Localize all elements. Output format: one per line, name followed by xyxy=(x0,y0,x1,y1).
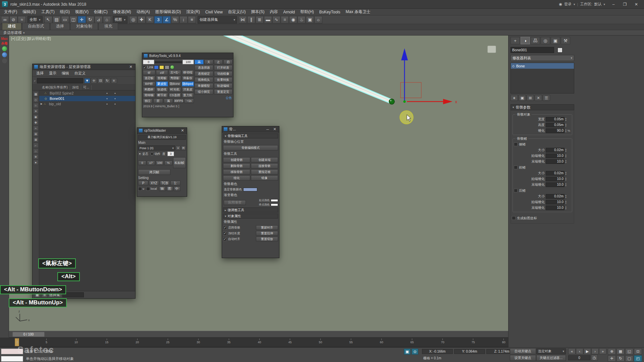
param-value-field[interactable]: 10.0 xyxy=(546,200,565,204)
display-groups-icon[interactable]: ⊞ xyxy=(33,131,39,136)
explorer-row[interactable]: ▶ ∴ bip_old • • xyxy=(39,101,135,107)
apply-gradient-button[interactable]: 应用渐变 xyxy=(224,200,246,205)
mini-listener-line2[interactable] xyxy=(1,356,23,362)
bskeytools-grid-button[interactable]: ±5f xyxy=(156,70,168,75)
selection-region-icon[interactable]: ▭ xyxy=(61,16,69,23)
bskeytools-title-bar[interactable]: BsKeyTools_v0.9.9.4 xyxy=(142,53,233,59)
setting-button[interactable]: XYZ xyxy=(149,181,159,185)
bskeytools-grid-button[interactable]: 简特轴 xyxy=(143,93,155,98)
bone-tool-button[interactable]: 创建末端 xyxy=(251,157,278,163)
pose-action-button[interactable]: × xyxy=(176,146,180,150)
ribbon-tab[interactable]: 填充 xyxy=(99,23,118,30)
coordinate-system-dropdown[interactable]: 视图▾ xyxy=(113,16,128,23)
action-radio[interactable] xyxy=(150,152,154,156)
bskeytools-grid-button[interactable]: 轨迹线 xyxy=(156,87,168,92)
maximize-button[interactable]: ❐ xyxy=(619,1,631,8)
select-and-move-icon[interactable]: ✛ xyxy=(78,16,86,23)
realign-button[interactable]: 重新对齐 xyxy=(256,225,278,230)
explorer-settings-icon[interactable]: ≡ xyxy=(111,78,117,83)
ribbon-tab[interactable]: 自由形式 xyxy=(22,23,50,30)
spinner-icon[interactable]: ▲▼ xyxy=(565,177,567,181)
display-geometry-icon[interactable]: ◇ xyxy=(33,97,39,102)
rollout-bone-edit-tools[interactable]: ▾ 骨骼编辑工具 xyxy=(223,133,278,138)
range-cell[interactable]: ±7 xyxy=(147,161,155,165)
bone-tool-button[interactable]: 连接骨骼 xyxy=(251,163,278,169)
ribbon-tab[interactable]: 对象绘制 xyxy=(70,23,98,30)
viewcube-placeholder[interactable] xyxy=(487,46,496,53)
color-swatch-gray[interactable] xyxy=(165,65,169,69)
rendered-frame-icon[interactable]: ▣ xyxy=(306,16,314,23)
bone-end-sphere[interactable] xyxy=(389,99,394,104)
fov-icon[interactable]: ▢ xyxy=(625,355,633,362)
paste-frame-button[interactable]: 粘贴帧 xyxy=(173,157,186,168)
setting-button[interactable]: 1: xyxy=(170,181,180,185)
close-icon[interactable]: ✕ xyxy=(272,127,277,131)
front-fin-checkbox[interactable] xyxy=(514,166,518,169)
auto-align-checkbox[interactable] xyxy=(223,237,227,241)
param-value-field[interactable]: 10.0 xyxy=(546,177,565,181)
degree-field[interactable]: 3 xyxy=(167,152,174,156)
ribbon-tab[interactable]: 选择 xyxy=(50,23,70,30)
bskeytools-tab[interactable]: 高 xyxy=(195,60,204,64)
bskeytools-grid-button[interactable]: 蒙皮型 xyxy=(156,81,168,86)
menu-item[interactable]: 编辑(E) xyxy=(20,9,39,15)
keyboard-override-icon[interactable]: K xyxy=(146,16,154,23)
spinner-icon[interactable]: ▲▼ xyxy=(565,148,567,152)
bone-edit-mode-button[interactable]: 骨骼编辑模式 xyxy=(223,145,278,150)
display-xrefs-icon[interactable]: ⊠ xyxy=(33,137,39,142)
snap-toggle-3d-icon[interactable]: 3 xyxy=(154,16,162,23)
menu-item[interactable]: 内容 xyxy=(267,9,280,15)
bskeytools-grid-button[interactable]: 隐Bone xyxy=(169,81,181,86)
create-tab-icon[interactable]: + xyxy=(511,37,520,44)
auto-key-button[interactable]: 自动关键点 xyxy=(510,348,536,354)
angle-snap-icon[interactable]: ∠ xyxy=(163,16,171,23)
bskeytools-grid-button[interactable]: 隐Biped xyxy=(182,81,194,86)
bskeytools-grid-button[interactable]: 时光机 xyxy=(169,87,181,92)
spinner-icon[interactable]: ▲▼ xyxy=(565,206,567,210)
menu-item[interactable]: 帮助(H) xyxy=(298,9,317,15)
generate-mapping-coords-checkbox[interactable] xyxy=(512,216,516,220)
select-and-manipulate-icon[interactable]: ✚ xyxy=(138,16,146,23)
frozen-dot[interactable]: • xyxy=(103,92,111,95)
bone-tool-button[interactable]: 重指定根 xyxy=(251,169,278,175)
freeze-length-checkbox[interactable] xyxy=(223,232,227,235)
bskeytools-grid-button[interactable]: 首尾帧 xyxy=(156,76,168,81)
display-tab-icon[interactable]: ▣ xyxy=(551,37,560,44)
display-containers-icon[interactable]: ⌂ xyxy=(33,148,39,154)
display-bones-icon[interactable]: ⌐ xyxy=(33,143,39,148)
select-by-name-icon[interactable]: ▤ xyxy=(53,16,61,23)
bskeytools-grid-button[interactable]: CS选择 xyxy=(169,93,181,98)
menu-item[interactable]: Max 杀毒卫士 xyxy=(343,9,373,15)
sync-selection-icon[interactable]: ↻ xyxy=(104,78,110,83)
close-button[interactable]: ✕ xyxy=(631,1,642,8)
minimize-button[interactable]: – xyxy=(608,1,619,8)
select-and-link-icon[interactable]: ∞ xyxy=(1,16,9,23)
param-value-field[interactable]: 10.0 xyxy=(546,159,565,164)
selected-bone-color-swatch[interactable] xyxy=(243,188,257,191)
use-pivot-center-icon[interactable]: ◎ xyxy=(129,16,137,23)
param-value-field[interactable]: 0.02m xyxy=(546,194,565,199)
filter-funnel-icon[interactable]: ▼ xyxy=(84,78,90,83)
bskeytools-side-button[interactable]: 透选择器 xyxy=(195,65,213,70)
edit-named-sets-icon[interactable]: ≡ xyxy=(188,16,196,23)
explorer-column-header[interactable]: 冻结 xyxy=(70,85,81,90)
align-icon[interactable]: ∥ xyxy=(247,16,255,23)
pick-object-icon[interactable]: ✛ xyxy=(91,78,97,83)
display-cameras-icon[interactable]: ◉ xyxy=(33,114,39,119)
viewport-label[interactable]: [+] [正交] [默认明暗处理] xyxy=(11,36,51,41)
go-to-end-icon[interactable]: » xyxy=(599,348,606,354)
isolate-selection-icon[interactable]: ▣ xyxy=(404,349,411,355)
gizmo-x-arrowhead[interactable] xyxy=(443,99,452,104)
bskeytools-side-button[interactable]: 轨迹编辑 xyxy=(214,83,233,88)
gizmo-z-arrowhead[interactable] xyxy=(401,48,408,60)
bone-tool-button[interactable]: 创建骨骼 xyxy=(223,157,250,163)
select-object-icon[interactable]: ↖ xyxy=(44,16,52,23)
spinner-icon[interactable]: ▲▼ xyxy=(565,194,567,198)
pose-action-button[interactable]: R xyxy=(181,146,186,150)
bskeytools-tab[interactable]: 之 xyxy=(214,60,223,64)
modify-tab-icon[interactable]: ◑ xyxy=(521,37,530,44)
ribbon-tab[interactable]: 建模 xyxy=(2,23,21,30)
explorer-menu-item[interactable]: 自定义 xyxy=(72,71,88,76)
login-button[interactable]: 登录 xyxy=(564,2,572,7)
play-icon[interactable]: ▶ xyxy=(584,348,591,354)
